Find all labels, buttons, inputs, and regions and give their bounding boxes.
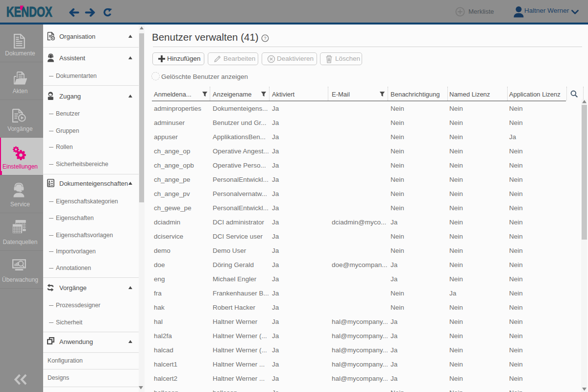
- svg-text:KENDOX: KENDOX: [6, 5, 52, 18]
- svg-text:?: ?: [264, 36, 266, 41]
